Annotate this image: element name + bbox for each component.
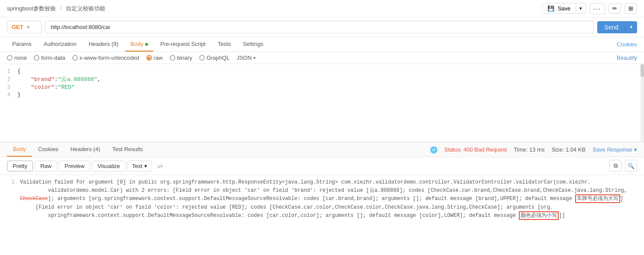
top-bar: springboot参数校验 / 自定义校验功能 💾 Save ▾ ··· ✏ …	[0, 0, 644, 17]
save-button[interactable]: 💾 Save ▾	[542, 3, 586, 14]
option-form-data[interactable]: form-data	[34, 55, 65, 61]
resp-tab-cookies[interactable]: Cookies	[32, 142, 65, 157]
edit-button[interactable]: ✏	[608, 3, 621, 14]
json-format-label: JSON	[236, 55, 252, 61]
method-select[interactable]: GET ▾	[7, 21, 42, 33]
breadcrumb: springboot参数校验 / 自定义校验功能	[7, 5, 105, 13]
radio-form-data	[34, 55, 39, 61]
option-none[interactable]: none	[7, 55, 27, 61]
response-toolbar: Pretty Raw Preview Visualize Text ▾ ⇌ ⧉ …	[0, 157, 644, 175]
json-format-select[interactable]: JSON ▾	[236, 55, 256, 61]
text-format-label: Text	[132, 163, 142, 169]
resp-tab-headers[interactable]: Headers (4)	[65, 142, 107, 157]
tab-authorization[interactable]: Authorization	[39, 37, 82, 52]
body-dot	[145, 43, 148, 46]
url-input[interactable]	[45, 21, 594, 33]
layout-icon: ⊞	[628, 5, 633, 12]
response-content: 1 Validation failed for argument [0] in …	[0, 175, 644, 227]
save-dropdown-arrow[interactable]: ▾	[576, 4, 586, 13]
response-status-bar: 🌐 Status: 400 Bad Request Time: 13 ms Si…	[430, 146, 637, 153]
resp-tab-test-results[interactable]: Test Results	[106, 142, 149, 157]
body-options: none form-data x-www-form-urlencoded raw…	[0, 52, 644, 64]
save-response-button[interactable]: Save Response ▾	[592, 146, 637, 153]
request-tabs: Params Authorization Headers (9) Body Pr…	[0, 37, 644, 52]
response-size: Size: 1.04 KB	[551, 146, 586, 153]
search-button[interactable]: 🔍	[625, 160, 637, 172]
radio-binary	[170, 55, 175, 61]
scrollbar-thumb	[641, 64, 644, 77]
method-arrow: ▾	[27, 24, 30, 30]
send-button[interactable]: Send ▾	[597, 21, 637, 33]
option-graphql[interactable]: GraphQL	[199, 55, 230, 61]
save-response-arrow: ▾	[634, 146, 637, 153]
editor-scrollbar[interactable]	[641, 64, 644, 142]
globe-icon: 🌐	[430, 146, 437, 153]
response-time: Time: 13 ms	[514, 146, 544, 153]
layout-button[interactable]: ⊞	[625, 3, 637, 14]
radio-raw	[146, 55, 152, 61]
text-format-arrow: ▾	[144, 163, 147, 169]
view-raw[interactable]: Raw	[35, 161, 57, 171]
highlight-brand-msg: 车牌号必须为大写	[575, 194, 620, 203]
more-button[interactable]: ···	[589, 3, 605, 14]
editor-line-4: 4 }	[0, 91, 644, 98]
tab-settings[interactable]: Settings	[238, 37, 269, 52]
tab-headers[interactable]: Headers (9)	[84, 37, 124, 52]
radio-none	[7, 55, 13, 61]
view-pretty[interactable]: Pretty	[7, 161, 33, 171]
view-visualize[interactable]: Visualize	[92, 161, 126, 171]
highlight-color-msg: 颜色必须为小写	[519, 211, 559, 220]
request-body-editor[interactable]: 1 { 2 "brand":"云a.888888", 3 "color":"RE…	[0, 64, 644, 142]
breadcrumb-sep: /	[60, 5, 62, 12]
view-preview[interactable]: Preview	[59, 161, 90, 171]
resp-line-1: 1 Validation failed for argument [0] in …	[7, 178, 637, 220]
save-label: 💾 Save	[542, 3, 576, 13]
send-label: Send	[597, 24, 626, 31]
copy-button[interactable]: ⧉	[609, 160, 621, 172]
editor-line-1: 1 {	[0, 68, 644, 75]
resp-tab-body[interactable]: Body	[7, 142, 32, 157]
option-raw[interactable]: raw	[146, 55, 163, 61]
tab-body[interactable]: Body	[125, 37, 153, 52]
radio-graphql	[199, 55, 205, 61]
json-format-arrow: ▾	[253, 55, 256, 60]
beautify-button[interactable]: Beautify	[617, 55, 637, 61]
option-urlencoded[interactable]: x-www-form-urlencoded	[72, 55, 139, 61]
editor-line-2: 2 "brand":"云a.888888",	[0, 75, 644, 84]
cookies-link[interactable]: Cookies	[617, 41, 637, 48]
send-dropdown-arrow[interactable]: ▾	[626, 24, 637, 30]
edit-icon: ✏	[612, 5, 617, 12]
status-badge: Status: 400 Bad Request	[444, 146, 507, 153]
breadcrumb-current: 自定义校验功能	[66, 5, 105, 13]
editor-line-3: 3 "color":"RED"	[0, 84, 644, 91]
response-tabs: Body Cookies Headers (4) Test Results	[7, 142, 149, 157]
top-bar-actions: 💾 Save ▾ ··· ✏ ⊞	[542, 3, 637, 14]
resp-toolbar-right: ⧉ 🔍	[609, 160, 637, 172]
tab-params[interactable]: Params	[7, 37, 37, 52]
method-label: GET	[12, 24, 23, 30]
tab-tests[interactable]: Tests	[213, 37, 236, 52]
radio-urlencoded	[72, 55, 78, 61]
tabs-right: Cookies	[617, 41, 637, 48]
format-icon[interactable]: ⇌	[157, 162, 163, 170]
url-bar: GET ▾ Send ▾	[0, 17, 644, 37]
response-header: Body Cookies Headers (4) Test Results 🌐 …	[0, 142, 644, 157]
option-binary[interactable]: binary	[170, 55, 192, 61]
text-format-select[interactable]: Text ▾	[127, 161, 152, 171]
breadcrumb-root: springboot参数校验	[7, 5, 56, 13]
tab-pre-request[interactable]: Pre-request Script	[155, 37, 211, 52]
